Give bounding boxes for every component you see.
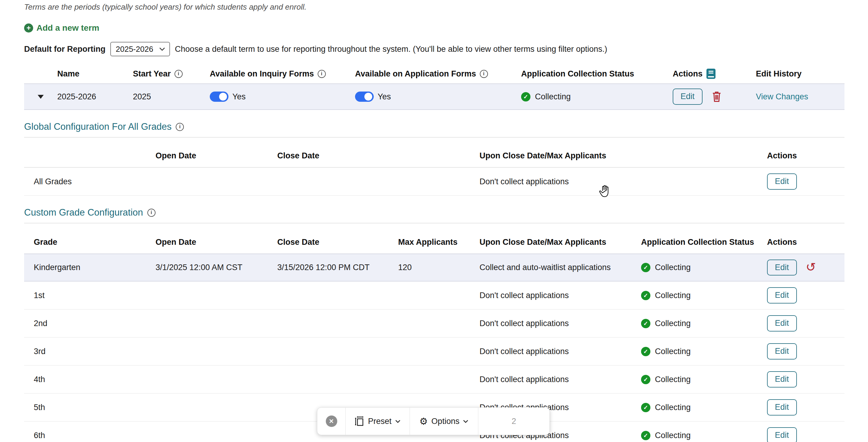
inquiry-toggle-label: Yes <box>232 92 246 101</box>
default-reporting-row: Default for Reporting 2025-2026 Choose a… <box>24 42 844 56</box>
term-row: 2025-2026 2025 Yes Yes ✓ Collecting <box>24 83 844 110</box>
grade-label: 5th <box>24 394 156 421</box>
col-name: Name <box>57 69 133 78</box>
row-label: All Grades <box>24 168 156 195</box>
status-text: Collecting <box>655 319 691 328</box>
upon-close-value: Collect and auto-waitlist applications <box>479 254 641 281</box>
page-number-field[interactable]: 2 <box>478 408 550 435</box>
col-open-date: Open Date <box>156 138 277 167</box>
grade-label: 6th <box>24 421 156 442</box>
edit-grade-button[interactable]: Edit <box>767 315 797 331</box>
col-grade: Grade <box>24 224 156 253</box>
edit-grade-button[interactable]: Edit <box>767 427 797 442</box>
check-circle-icon: ✓ <box>521 92 530 101</box>
grade-label: 1st <box>24 281 156 309</box>
upon-close-value: Don't collect applications <box>479 338 641 365</box>
col-collection-status: Application Collection Status <box>521 69 673 78</box>
all-grades-row: All Grades Don't collect applications Ed… <box>24 168 844 196</box>
edit-grade-button[interactable]: Edit <box>767 287 797 303</box>
terms-table: Name Start Yeari Available on Inquiry Fo… <box>24 64 844 110</box>
grade-label: Kindergarten <box>24 254 156 281</box>
status-text: Collecting <box>535 92 571 101</box>
check-circle-icon: ✓ <box>641 291 650 300</box>
grade-label: 3rd <box>24 338 156 365</box>
col-edit-history: Edit History <box>756 69 844 78</box>
info-icon[interactable]: i <box>480 70 488 78</box>
max-applicants-value: 120 <box>398 254 479 281</box>
grade-label: 4th <box>24 366 156 393</box>
edit-term-button[interactable]: Edit <box>673 89 703 104</box>
add-term-link[interactable]: + Add a new term <box>24 23 99 33</box>
status-text: Collecting <box>655 263 691 272</box>
page-intro: Terms are the periods (typically school … <box>24 0 844 12</box>
grade-row-4th: 4th Don't collect applications ✓Collecti… <box>24 366 844 394</box>
custom-config-header: Grade Open Date Close Date Max Applicant… <box>24 224 844 253</box>
gear-icon: ⚙ <box>420 417 428 426</box>
chevron-down-icon <box>463 420 468 423</box>
col-max-applicants: Max Applicants <box>398 224 479 253</box>
check-circle-icon: ✓ <box>641 263 650 272</box>
check-circle-icon: ✓ <box>641 431 650 440</box>
book-icon[interactable] <box>706 68 716 79</box>
edit-all-grades-button[interactable]: Edit <box>767 173 797 190</box>
edit-grade-button[interactable]: Edit <box>767 343 797 359</box>
open-date-value: 3/1/2025 12:00 AM CST <box>156 254 277 281</box>
preset-label: Preset <box>368 417 392 426</box>
undo-icon[interactable]: ↺ <box>806 261 816 273</box>
edit-grade-button[interactable]: Edit <box>767 260 797 275</box>
close-icon: ✕ <box>326 415 337 427</box>
term-start-year: 2025 <box>133 84 210 109</box>
trash-icon[interactable] <box>712 91 722 103</box>
info-icon[interactable]: i <box>176 123 184 131</box>
global-config-title: Global Configuration For All Gradesi <box>24 121 184 132</box>
col-close-date: Close Date <box>277 138 479 167</box>
default-term-value: 2025-2026 <box>116 44 153 54</box>
status-text: Collecting <box>655 431 691 440</box>
col-close-date: Close Date <box>277 224 398 253</box>
grade-row-3rd: 3rd Don't collect applications ✓Collecti… <box>24 338 844 366</box>
col-actions: Actions <box>764 138 844 167</box>
info-icon[interactable]: i <box>318 70 326 78</box>
col-start-year: Start Yeari <box>133 69 210 78</box>
edit-grade-button[interactable]: Edit <box>767 399 797 415</box>
application-toggle[interactable] <box>355 92 374 102</box>
default-reporting-help: Choose a default term to use for reporti… <box>175 44 607 54</box>
info-icon[interactable]: i <box>147 209 156 217</box>
close-button[interactable]: ✕ <box>317 408 345 435</box>
preset-menu-button[interactable]: Preset <box>345 408 410 435</box>
upon-close-value: Don't collect applications <box>479 281 641 309</box>
open-date-value <box>156 168 277 195</box>
col-inquiry-forms: Available on Inquiry Formsi <box>210 69 355 78</box>
view-changes-link[interactable]: View Changes <box>756 92 808 101</box>
options-menu-button[interactable]: ⚙ Options <box>410 408 478 435</box>
add-term-label: Add a new term <box>36 23 99 33</box>
options-label: Options <box>431 417 459 426</box>
terms-table-header: Name Start Yeari Available on Inquiry Fo… <box>24 64 844 83</box>
edit-grade-button[interactable]: Edit <box>767 371 797 387</box>
global-config-table: Open Date Close Date Upon Close Date/Max… <box>24 138 844 196</box>
default-term-select[interactable]: 2025-2026 <box>110 42 170 56</box>
col-actions: Actions <box>764 224 844 253</box>
grade-row-2nd: 2nd Don't collect applications ✓Collecti… <box>24 309 844 338</box>
plus-circle-icon: + <box>24 24 33 33</box>
col-upon-close: Upon Close Date/Max Applicants <box>479 138 764 167</box>
expand-caret-icon[interactable] <box>38 95 44 99</box>
check-circle-icon: ✓ <box>641 347 650 356</box>
upon-close-value: Don't collect applications <box>479 168 764 195</box>
status-text: Collecting <box>655 291 691 300</box>
status-text: Collecting <box>655 403 691 412</box>
col-collection-status: Application Collection Status <box>641 224 764 253</box>
col-open-date: Open Date <box>156 224 277 253</box>
grade-row-1st: 1st Don't collect applications ✓Collecti… <box>24 281 844 309</box>
grade-label: 2nd <box>24 309 156 337</box>
col-upon-close: Upon Close Date/Max Applicants <box>479 224 641 253</box>
inquiry-toggle[interactable] <box>210 92 228 102</box>
status-text: Collecting <box>655 347 691 356</box>
grade-row-kindergarten: Kindergarten 3/1/2025 12:00 AM CST 3/15/… <box>24 253 844 281</box>
info-icon[interactable]: i <box>175 70 183 78</box>
col-actions: Actions <box>673 68 756 79</box>
check-circle-icon: ✓ <box>641 375 650 384</box>
floating-toolbar: ✕ Preset ⚙ Options 2 <box>317 407 550 435</box>
custom-config-title: Custom Grade Configurationi <box>24 207 156 218</box>
upon-close-value: Don't collect applications <box>479 366 641 393</box>
